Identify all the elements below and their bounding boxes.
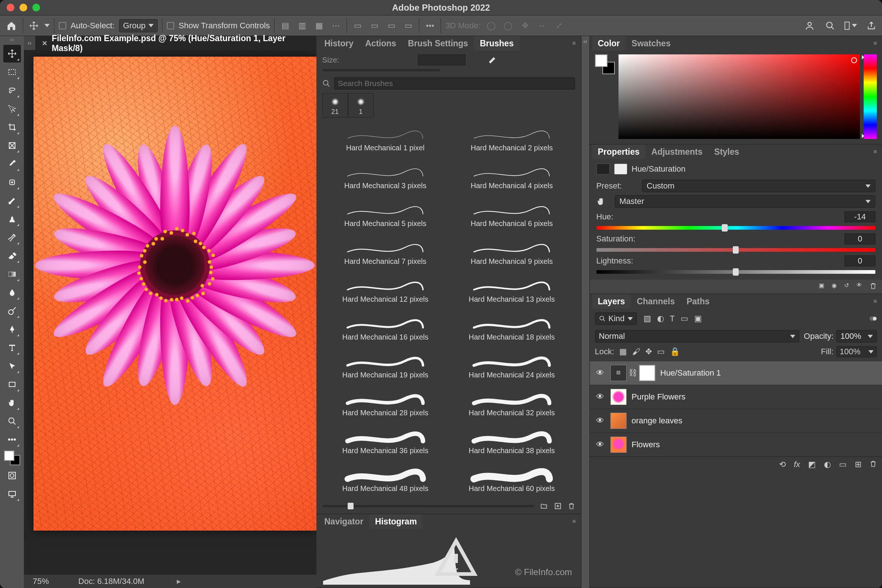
distribute-icon[interactable]: ▭ bbox=[402, 20, 414, 32]
tab-styles[interactable]: Styles bbox=[708, 144, 745, 159]
rectangular-marquee-tool[interactable] bbox=[3, 63, 21, 81]
tab-brushes[interactable]: Brushes bbox=[474, 36, 520, 51]
lightness-value[interactable]: 0 bbox=[844, 255, 875, 266]
blur-tool[interactable] bbox=[3, 284, 21, 302]
doc-size[interactable]: Doc: 6.18M/34.0M bbox=[78, 577, 144, 586]
canvas[interactable] bbox=[33, 57, 316, 531]
tab-actions[interactable]: Actions bbox=[359, 36, 402, 51]
align-right-edges-icon[interactable]: ▦ bbox=[313, 20, 325, 32]
panel-menu-icon[interactable]: ≡ bbox=[569, 518, 579, 525]
tab-navigator[interactable]: Navigator bbox=[319, 514, 369, 529]
recent-brush[interactable]: 21 bbox=[322, 93, 348, 118]
align-horizontal-centers-icon[interactable]: ▥ bbox=[296, 20, 308, 32]
workspace-switcher-icon[interactable] bbox=[844, 20, 857, 32]
saturation-value[interactable]: 0 bbox=[844, 233, 875, 244]
lock-image-icon[interactable]: 🖌 bbox=[632, 347, 640, 357]
move-tool[interactable] bbox=[3, 45, 21, 63]
filter-smart-icon[interactable]: ▣ bbox=[694, 314, 702, 323]
filter-shape-icon[interactable]: ▭ bbox=[681, 314, 688, 323]
panel-menu-icon[interactable]: ≡ bbox=[871, 298, 880, 304]
path-selection-tool[interactable] bbox=[3, 357, 21, 375]
reset-icon[interactable]: ↺ bbox=[844, 282, 849, 290]
lock-transparency-icon[interactable]: ▦ bbox=[619, 347, 627, 357]
new-brush-icon[interactable] bbox=[488, 55, 497, 64]
recent-brush[interactable]: 1 bbox=[348, 93, 374, 118]
tab-layers[interactable]: Layers bbox=[592, 294, 631, 309]
visibility-icon[interactable]: 👁 bbox=[595, 440, 605, 450]
layer-style-icon[interactable]: fx bbox=[794, 460, 800, 469]
visibility-icon[interactable]: 👁 bbox=[595, 392, 605, 402]
align-vertical-centers-icon[interactable]: ▭ bbox=[368, 20, 381, 32]
brush-tool[interactable] bbox=[3, 192, 21, 210]
window-close-button[interactable] bbox=[7, 4, 14, 11]
brush-size-input[interactable] bbox=[418, 54, 466, 65]
tab-strip-collapse-handle[interactable]: ‹‹ bbox=[24, 40, 35, 46]
view-previous-state-icon[interactable]: ◉ bbox=[832, 282, 837, 290]
tab-paths[interactable]: Paths bbox=[681, 294, 716, 309]
tab-history[interactable]: History bbox=[319, 36, 359, 51]
status-bar-menu-icon[interactable]: ▸ bbox=[177, 577, 181, 586]
gradient-tool[interactable] bbox=[3, 266, 21, 283]
fg-bg-color[interactable] bbox=[3, 450, 21, 466]
brush-item[interactable]: Hard Mechanical 36 pixels bbox=[322, 422, 449, 455]
brush-item[interactable]: Hard Mechanical 9 pixels bbox=[449, 232, 575, 266]
adjustment-layer-icon[interactable]: ◐ bbox=[824, 460, 831, 469]
brush-item[interactable]: Hard Mechanical 18 pixels bbox=[449, 308, 575, 341]
quick-mask-icon[interactable] bbox=[3, 467, 21, 484]
lightness-slider[interactable] bbox=[597, 270, 876, 274]
brush-size-slider[interactable] bbox=[322, 69, 440, 71]
brush-item[interactable]: Hard Mechanical 24 pixels bbox=[449, 346, 575, 379]
panel-menu-icon[interactable]: ≡ bbox=[569, 40, 579, 46]
brush-item[interactable]: Hard Mechanical 19 pixels bbox=[322, 346, 449, 379]
histogram-warning-icon[interactable] bbox=[382, 536, 530, 579]
fill-dropdown[interactable]: 100% bbox=[836, 346, 877, 357]
layer-row[interactable]: 👁orange leaves bbox=[590, 409, 882, 432]
edit-toolbar[interactable]: ••• bbox=[3, 431, 21, 448]
window-minimize-button[interactable] bbox=[20, 4, 27, 11]
open-folder-icon[interactable] bbox=[540, 502, 548, 510]
toolbox-collapse-handle[interactable]: ›› bbox=[0, 36, 24, 44]
tab-color[interactable]: Color bbox=[592, 36, 626, 51]
panel-menu-icon[interactable]: ≡ bbox=[871, 148, 880, 155]
brush-item[interactable]: Hard Mechanical 7 pixels bbox=[322, 232, 449, 266]
tab-histogram[interactable]: Histogram bbox=[369, 514, 423, 529]
layer-row[interactable]: 👁Purple Flowers bbox=[590, 385, 882, 409]
layer-mask-add-icon[interactable]: ◩ bbox=[808, 460, 816, 469]
delete-adjustment-icon[interactable] bbox=[870, 282, 877, 290]
lock-position-icon[interactable]: ✥ bbox=[645, 347, 652, 357]
align-top-edges-icon[interactable]: ▭ bbox=[351, 20, 364, 32]
blend-mode-dropdown[interactable]: Normal bbox=[595, 330, 800, 342]
rectangle-tool[interactable] bbox=[3, 376, 21, 393]
layer-filter-kind[interactable]: Kind bbox=[595, 312, 637, 325]
history-brush-tool[interactable] bbox=[3, 229, 21, 246]
filter-toggle[interactable] bbox=[870, 316, 877, 321]
lasso-tool[interactable] bbox=[3, 82, 21, 99]
preset-dropdown[interactable]: Custom bbox=[642, 180, 876, 192]
hand-tool[interactable] bbox=[3, 394, 21, 412]
scrubby-hand-icon[interactable] bbox=[597, 196, 610, 206]
clone-stamp-tool[interactable] bbox=[3, 210, 21, 228]
delete-brush-icon[interactable] bbox=[568, 502, 575, 510]
hue-value[interactable]: -14 bbox=[844, 212, 875, 222]
auto-select-dropdown[interactable]: Group bbox=[119, 19, 158, 32]
color-swatch[interactable] bbox=[595, 54, 615, 74]
brush-item[interactable]: Hard Mechanical 6 pixels bbox=[449, 195, 575, 228]
move-tool-icon[interactable] bbox=[28, 20, 40, 32]
show-transform-checkbox[interactable] bbox=[167, 22, 174, 29]
brush-item[interactable]: Hard Mechanical 32 pixels bbox=[449, 384, 575, 417]
toggle-visibility-icon[interactable]: 👁 bbox=[856, 282, 862, 290]
delete-layer-icon[interactable] bbox=[870, 460, 877, 469]
hue-bar[interactable] bbox=[864, 54, 877, 139]
layer-row[interactable]: 👁Flowers bbox=[590, 432, 882, 456]
clip-to-layer-icon[interactable]: ▣ bbox=[819, 282, 824, 290]
more-align-icon[interactable]: ⋯ bbox=[330, 20, 342, 32]
filter-pixel-icon[interactable]: ▧ bbox=[644, 314, 651, 323]
tab-adjustments[interactable]: Adjustments bbox=[645, 144, 708, 159]
filter-type-icon[interactable]: T bbox=[670, 314, 675, 323]
close-tab-icon[interactable]: ✕ bbox=[42, 39, 47, 47]
eyedropper-tool[interactable] bbox=[3, 155, 21, 173]
document-tab[interactable]: ✕ FileInfo.com Example.psd @ 75% (Hue/Sa… bbox=[35, 36, 316, 50]
share-icon[interactable] bbox=[865, 20, 878, 32]
tool-preset-dropdown[interactable] bbox=[45, 24, 50, 27]
cloud-docs-icon[interactable] bbox=[803, 20, 816, 32]
